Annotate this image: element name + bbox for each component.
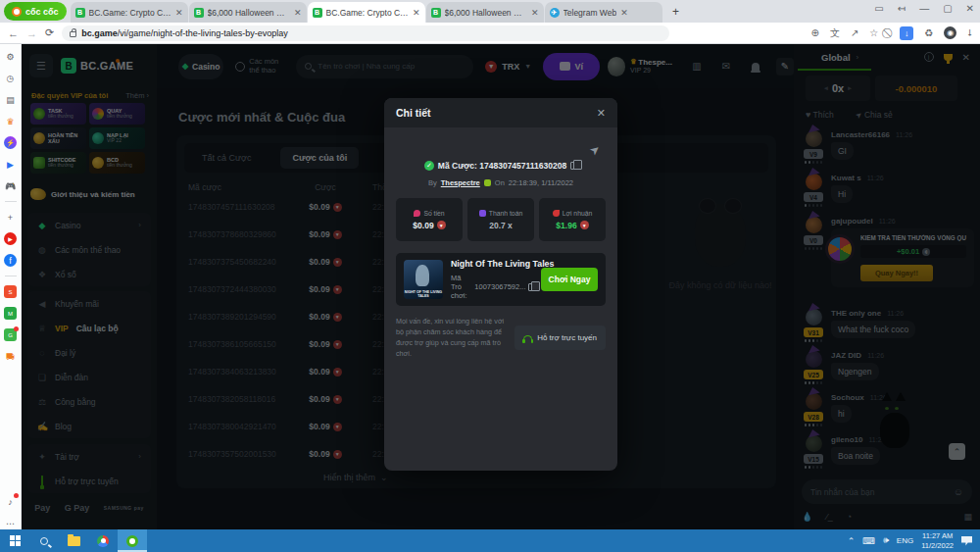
tab-close-icon[interactable]: ✕ <box>531 8 539 18</box>
url-field[interactable]: bc.game/vi/game/night-of-the-living-tale… <box>62 25 669 41</box>
action-center-icon[interactable] <box>961 536 972 546</box>
modal-close-icon[interactable]: ✕ <box>597 107 606 120</box>
start-button[interactable] <box>0 529 29 552</box>
coccoc-menu-button[interactable]: cốc cốc <box>4 2 67 21</box>
bet-id-value: 1748307457111630208 <box>479 161 566 171</box>
bet-id-row: ✓ Mã Cược: 1748307457111630208 <box>384 161 617 171</box>
tab-close-icon[interactable]: ✕ <box>413 8 420 18</box>
history-icon[interactable]: ◷ <box>4 72 17 84</box>
download-active-icon[interactable]: ↓ <box>900 26 913 40</box>
new-tab-button[interactable]: + <box>667 3 685 21</box>
save-page-icon[interactable]: ⊕ <box>811 27 819 38</box>
tray-expand-icon[interactable]: ⌃ <box>848 536 856 546</box>
play-now-button[interactable]: Chơi Ngay <box>541 268 598 291</box>
close-window-button[interactable]: ✕ <box>966 3 974 14</box>
player-name-link[interactable]: Thespectre <box>441 178 480 187</box>
sync-icon[interactable]: ♻ <box>924 27 933 38</box>
facebook-icon[interactable]: f <box>4 254 17 267</box>
browser-tab-3-active[interactable]: B BC.Game: Crypto Casino Gan ✕ <box>308 2 425 23</box>
bcgame-favicon: B <box>431 8 441 18</box>
maximize-button[interactable]: ▢ <box>943 3 952 14</box>
coccoc-logo-icon <box>12 7 22 17</box>
browser-tab-4[interactable]: B $6,000 Halloween Slot Battle ✕ <box>426 2 544 23</box>
bet-datetime: 22:18:39, 1/11/2022 <box>509 178 573 187</box>
translate-icon[interactable]: 文 <box>830 26 840 40</box>
bcgame-favicon: B <box>313 8 322 18</box>
video-app-icon[interactable]: ▶ <box>4 158 17 171</box>
browser-tab-5[interactable]: ✈ Telegram Web ✕ <box>545 2 662 23</box>
tab-title: $6,000 Halloween Slot Battle <box>208 8 290 18</box>
deals-app-icon[interactable]: G <box>4 328 17 341</box>
stat-label: Số tiền <box>423 210 444 217</box>
stat-amount: Số tiền $0.09▼ <box>396 198 463 241</box>
add-shortcut-icon[interactable]: + <box>4 211 17 224</box>
game-title: Night Of The Living Tales <box>451 259 533 269</box>
stat-value: 20.7 x <box>489 221 513 230</box>
market-app-icon[interactable]: M <box>4 307 17 320</box>
cast-icon[interactable]: ▭ <box>874 3 883 14</box>
messenger-icon[interactable]: ⚡ <box>4 136 17 149</box>
cart-app-icon[interactable]: ⛟ <box>4 350 17 363</box>
live-support-button[interactable]: Hỗ trợ trực tuyến <box>514 326 606 350</box>
browser-tab-2[interactable]: B $6,000 Halloween Slot Battle ✕ <box>189 2 307 23</box>
coccoc-edge-strip: ⚙ ◷ ▤ ♛ ⚡ ▶ 🎮 + ▶ f S M G ⛟ ♪ ⋯ <box>0 44 22 529</box>
profile-avatar-icon[interactable]: ◉ <box>944 26 956 39</box>
bcgame-favicon: B <box>194 8 204 18</box>
support-note-text: Mọi vấn đề, xin vui lòng liên hệ với bộ … <box>396 316 507 360</box>
tab-close-icon[interactable]: ✕ <box>294 8 302 18</box>
game-thumbnail[interactable]: NIGHT OF THE LIVING TALES <box>404 260 443 299</box>
rewards-crown-icon[interactable]: ♛ <box>4 115 17 127</box>
volume-icon[interactable]: 🕪 <box>883 535 889 546</box>
tab-title: $6,000 Halloween Slot Battle <box>445 8 527 18</box>
support-note-row: Mọi vấn đề, xin vui lòng liên hệ với bộ … <box>396 316 606 360</box>
taskbar-search-icon[interactable] <box>29 529 59 552</box>
stat-label: Lợi nhuận <box>563 210 593 217</box>
by-label: By <box>428 178 437 187</box>
browser-tab-1[interactable]: B BC.Game: Crypto Casino Gan ✕ <box>71 2 188 23</box>
forward-icon[interactable]: → <box>26 27 37 39</box>
notifications-bell-icon[interactable]: ♪ <box>4 495 17 508</box>
payout-icon <box>479 210 486 217</box>
minimize-button[interactable]: — <box>919 3 929 14</box>
copy-icon[interactable] <box>528 283 533 291</box>
restore-down-icon[interactable]: ↤ <box>898 3 906 14</box>
tab-close-icon[interactable]: ✕ <box>175 8 183 18</box>
trx-coin-icon: ▼ <box>580 221 589 229</box>
copy-icon[interactable] <box>570 162 577 170</box>
url-path: /vi/game/night-of-the-living-tales-by-ev… <box>118 28 288 38</box>
newsfeed-icon[interactable]: ▤ <box>4 93 17 106</box>
lock-icon <box>70 31 76 37</box>
profit-icon <box>553 210 560 217</box>
bet-details-modal: Chi tiết ✕ ➤ ✓ Mã Cược: 1748307457111630… <box>384 98 617 471</box>
coccoc-logo-label: cốc cốc <box>25 7 59 17</box>
network-icon[interactable]: ⌨ <box>862 536 875 546</box>
screen: cốc cốc B BC.Game: Crypto Casino Gan ✕ B… <box>0 0 980 552</box>
amount-icon <box>414 210 420 217</box>
downloads-tray-icon[interactable]: ⭣ <box>967 27 972 39</box>
clock-date: 11/2/2022 <box>921 541 954 550</box>
tab-close-icon[interactable]: ✕ <box>620 8 628 18</box>
browser-tabstrip: cốc cốc B BC.Game: Crypto Casino Gan ✕ B… <box>0 0 980 23</box>
share-icon[interactable]: ↗ <box>851 27 858 38</box>
share-arrow-icon[interactable]: ➤ <box>587 141 604 158</box>
url-domain: bc.game <box>81 28 118 38</box>
input-language[interactable]: ENG <box>897 536 913 545</box>
reload-icon[interactable]: ⟳ <box>45 26 54 39</box>
shop-app-icon[interactable]: S <box>4 285 17 298</box>
chrome-icon[interactable] <box>88 529 118 552</box>
telegram-favicon: ✈ <box>550 8 560 18</box>
games-gamepad-icon[interactable]: 🎮 <box>4 179 17 192</box>
windows-taskbar: ⌃ ⌨ 🕪 ENG 11:27 AM 11/2/2022 <box>0 529 980 552</box>
youtube-icon[interactable]: ▶ <box>4 232 17 245</box>
browser-addressbar: ← → ⟳ bc.game/vi/game/night-of-the-livin… <box>0 23 980 44</box>
back-icon[interactable]: ← <box>8 27 19 39</box>
clock-time: 11:27 AM <box>922 531 953 540</box>
file-explorer-icon[interactable] <box>59 529 88 552</box>
taskbar-clock[interactable]: 11:27 AM 11/2/2022 <box>921 531 954 551</box>
modal-title: Chi tiết <box>396 107 431 119</box>
stat-payout: Thanh toán 20.7 x <box>467 198 534 241</box>
coccoc-taskbar-icon[interactable] <box>118 529 147 552</box>
settings-gear-icon[interactable]: ⚙ <box>4 50 17 63</box>
more-options-icon[interactable]: ⋯ <box>4 517 17 529</box>
bookmark-star-icon[interactable]: ☆ <box>869 27 878 38</box>
